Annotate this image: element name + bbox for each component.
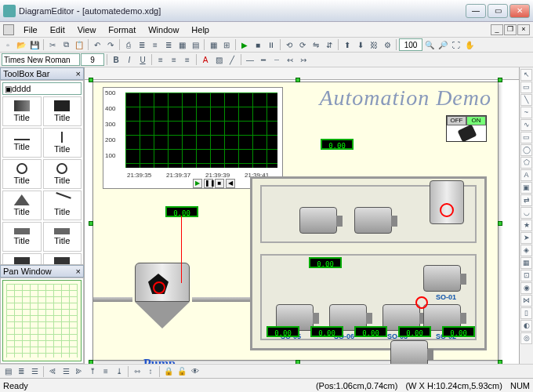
selection-handle[interactable]	[296, 78, 300, 82]
layers-icon[interactable]: ≣	[15, 365, 27, 378]
underline-icon[interactable]: U	[136, 53, 149, 66]
settings-icon[interactable]: ⚙	[381, 38, 393, 51]
pause-icon[interactable]: ⏸	[265, 38, 277, 51]
align-c-icon[interactable]: ☰	[60, 365, 72, 378]
image-icon[interactable]: ▣	[520, 182, 532, 194]
connector-icon[interactable]: ⇄	[520, 194, 532, 206]
ungroup-icon[interactable]: ▤	[189, 38, 201, 51]
align-r-icon[interactable]: ⫸	[73, 365, 85, 378]
mdi-restore-button[interactable]: ❐	[504, 24, 517, 35]
text-left-icon[interactable]: ≡	[154, 53, 167, 66]
snap-icon[interactable]: ⊞	[220, 38, 233, 51]
font-name-combo[interactable]: Times New Roman	[2, 53, 80, 66]
motor-so01[interactable]	[423, 265, 461, 292]
align-left-icon[interactable]: ≣	[136, 38, 148, 51]
toolbox-item[interactable]: Title	[43, 159, 82, 189]
dist-h-icon[interactable]: ⇿	[131, 365, 143, 378]
toolbox-close-icon[interactable]: ×	[76, 69, 81, 78]
toolbox-item[interactable]: Title	[2, 191, 42, 220]
selection-handle[interactable]	[498, 78, 502, 82]
print-icon[interactable]: ⎙	[122, 38, 135, 51]
rect-icon[interactable]: ▭	[520, 132, 532, 143]
group-icon[interactable]: ▦	[176, 38, 188, 51]
align-l-icon[interactable]: ⫷	[46, 365, 59, 378]
selection-handle[interactable]	[498, 360, 502, 364]
bold-icon[interactable]: B	[110, 53, 122, 66]
align-t-icon[interactable]: ⤒	[86, 365, 99, 378]
cut-icon[interactable]: ✂	[46, 38, 59, 51]
switch-knob-icon[interactable]	[458, 125, 477, 143]
chart-rewind-icon[interactable]: ◀	[226, 179, 235, 188]
menu-help[interactable]: Help	[185, 24, 216, 36]
menu-file[interactable]: File	[17, 24, 44, 36]
maximize-button[interactable]: ▭	[488, 4, 508, 18]
motor-icon[interactable]: ◎	[520, 332, 532, 344]
arrow-end-icon[interactable]: ↣	[297, 53, 310, 66]
gauge-icon[interactable]: ◉	[520, 282, 532, 294]
motor[interactable]	[299, 207, 337, 234]
layer-icon[interactable]: ▤	[2, 365, 14, 378]
redo-icon[interactable]: ↷	[104, 38, 117, 51]
pump-icon[interactable]: ◐	[520, 320, 532, 332]
table-icon[interactable]: ▦	[520, 257, 532, 269]
chart-stop-icon[interactable]: ■	[215, 179, 224, 188]
zoom-input[interactable]	[399, 38, 422, 51]
minimize-button[interactable]: ―	[466, 4, 486, 18]
line-icon[interactable]: ╲	[520, 94, 532, 106]
unlock-icon[interactable]: 🔓	[176, 365, 188, 378]
save-icon[interactable]: 💾	[28, 38, 41, 51]
toolbox-item[interactable]: Title	[43, 222, 82, 252]
dist-v-icon[interactable]: ↕	[144, 365, 157, 378]
new-icon[interactable]: ▫	[2, 38, 14, 51]
arrow-icon[interactable]: ➤	[520, 232, 532, 244]
grid-icon[interactable]: ▦	[207, 38, 219, 51]
toolbox-item[interactable]: Title	[2, 128, 42, 158]
filter-vessel[interactable]	[430, 180, 464, 224]
line-color-icon[interactable]: ╱	[226, 53, 238, 66]
hand-icon[interactable]: ✋	[463, 38, 476, 51]
font-size-input[interactable]	[81, 53, 104, 66]
toolbox-item[interactable]: Title	[2, 222, 42, 252]
stop-icon[interactable]: ■	[252, 38, 264, 51]
paste-icon[interactable]: 📋	[73, 38, 85, 51]
close-button[interactable]: ✕	[509, 4, 530, 18]
motor-so04[interactable]	[390, 340, 428, 364]
link-icon[interactable]: ⛓	[368, 38, 380, 51]
align-right-icon[interactable]: ≣	[162, 38, 175, 51]
selection-handle[interactable]	[89, 360, 93, 364]
lock-icon[interactable]: 🔒	[162, 365, 175, 378]
chart-pause-icon[interactable]: ❚❚	[204, 179, 213, 188]
toolbox-item[interactable]: Title	[2, 253, 42, 265]
text-icon[interactable]: A	[520, 169, 532, 181]
line-thin-icon[interactable]: ―	[244, 53, 256, 66]
mdi-system-icon[interactable]	[3, 24, 14, 35]
star-icon[interactable]: ★	[520, 220, 532, 231]
text-right-icon[interactable]: ≡	[181, 53, 194, 66]
zoom-in-icon[interactable]: 🔍	[423, 38, 436, 51]
panwindow-close-icon[interactable]: ×	[76, 267, 81, 276]
polyline-icon[interactable]: ∿	[520, 119, 532, 131]
onoff-switch[interactable]: OFF ON	[446, 115, 487, 142]
menu-window[interactable]: Window	[142, 24, 185, 36]
menu-format[interactable]: Format	[102, 24, 142, 36]
visible-icon[interactable]: 👁	[189, 365, 201, 378]
flip-v-icon[interactable]: ⇵	[323, 38, 335, 51]
zoom-out-icon[interactable]: 🔎	[437, 38, 449, 51]
send-back-icon[interactable]: ⬇	[354, 38, 367, 51]
rotate-right-icon[interactable]: ⟳	[296, 38, 309, 51]
line-med-icon[interactable]: ━	[257, 53, 270, 66]
pointer-icon[interactable]: ↖	[520, 69, 532, 81]
curve-icon[interactable]: ~	[520, 107, 532, 118]
toolbox-item[interactable]: Title	[43, 96, 82, 126]
pump-vessel[interactable]	[131, 263, 194, 349]
toolbox-item[interactable]: Title	[2, 96, 42, 126]
italic-icon[interactable]: I	[123, 53, 136, 66]
selection-handle[interactable]	[296, 360, 300, 364]
mdi-minimize-button[interactable]: _	[491, 24, 503, 35]
run-icon[interactable]: ▶	[238, 38, 251, 51]
toolbox-item[interactable]: Title	[43, 128, 82, 158]
switch-on-tab[interactable]: ON	[466, 116, 486, 125]
open-icon[interactable]: 📂	[15, 38, 27, 51]
align-b-icon[interactable]: ⤓	[113, 365, 125, 378]
objlist-icon[interactable]: ☰	[28, 365, 41, 378]
